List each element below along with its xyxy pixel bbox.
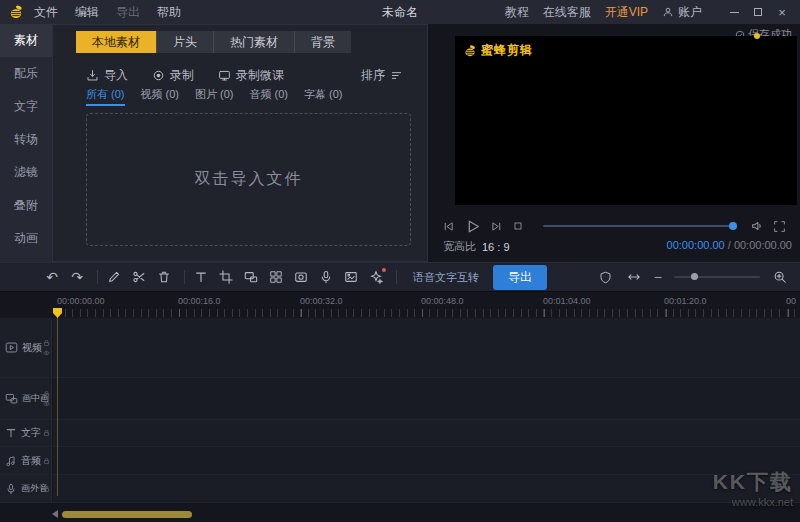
video-track-icon [5, 341, 18, 354]
close-button[interactable]: × [770, 0, 794, 24]
text-tool-icon[interactable] [193, 269, 209, 285]
edit-toolbar: ↶ ↷ [0, 262, 800, 292]
account-button[interactable]: 账户 [662, 4, 702, 21]
filter-image[interactable]: 图片 (0) [195, 87, 234, 106]
tab-intro[interactable]: 片头 [157, 31, 214, 53]
timeline-zoom-handle[interactable] [691, 273, 698, 280]
record-course-label: 录制微课 [236, 67, 284, 84]
hide-icon[interactable] [43, 349, 50, 356]
freeze-frame-icon[interactable] [293, 269, 309, 285]
lock-icon[interactable] [43, 485, 50, 492]
tab-background[interactable]: 背景 [295, 31, 351, 53]
track-voiceover-lane[interactable] [53, 475, 800, 502]
import-button[interactable]: 导入 [86, 67, 128, 84]
timeline-scrollbar[interactable] [52, 510, 794, 518]
preview-info: 宽高比 16 : 9 00:00:00.00 / 00:00:00.00 [428, 239, 800, 254]
fullscreen-button[interactable] [773, 220, 786, 233]
timeline-ruler[interactable]: 00:00:00.00 00:00:16.0 00:00:32.0 00:00:… [0, 292, 800, 318]
sidebar-item-overlay[interactable]: 叠附 [0, 189, 52, 222]
pip-icon[interactable] [243, 269, 259, 285]
hide-icon[interactable] [43, 400, 50, 407]
redo-icon[interactable]: ↷ [69, 269, 85, 285]
timecode: 00:00:00.00 / 00:00:00.00 [667, 239, 792, 254]
track-pip-lane[interactable] [53, 378, 800, 419]
track-toggles [43, 390, 50, 407]
voiceover-mic-icon[interactable] [318, 269, 334, 285]
aspect-ratio-select[interactable]: 宽高比 16 : 9 [443, 239, 510, 254]
mosaic-icon[interactable] [268, 269, 284, 285]
tutorial-link[interactable]: 教程 [505, 4, 529, 21]
track-label: 文字 [21, 426, 41, 440]
vip-link[interactable]: 开通VIP [605, 4, 648, 21]
menu-edit[interactable]: 编辑 [75, 4, 99, 21]
ruler-label: 00 [786, 296, 796, 306]
track-text-header: 文字 [0, 420, 52, 446]
app-logo-icon[interactable] [8, 4, 24, 20]
pip-track-icon [5, 392, 18, 405]
playhead[interactable] [53, 308, 62, 318]
lock-icon[interactable] [43, 430, 50, 437]
snapshot-icon[interactable] [343, 269, 359, 285]
seek-handle[interactable] [729, 222, 737, 230]
tab-local-media[interactable]: 本地素材 [76, 31, 157, 53]
timeline-zoom-slider[interactable] [674, 276, 760, 278]
zoom-out-icon[interactable]: − [654, 269, 662, 285]
edit-pencil-icon[interactable] [106, 269, 122, 285]
next-frame-button[interactable] [490, 220, 503, 233]
filter-audio[interactable]: 音频 (0) [250, 87, 289, 106]
ruler-ticks [57, 309, 800, 317]
lock-icon[interactable] [43, 390, 50, 397]
volume-icon[interactable] [750, 219, 764, 233]
play-button[interactable] [464, 218, 481, 235]
voice-text-button[interactable]: 语音文字互转 [413, 270, 479, 285]
filter-subtitle[interactable]: 字幕 (0) [304, 87, 343, 106]
scrollbar-thumb[interactable] [62, 511, 192, 518]
undo-icon[interactable]: ↶ [44, 269, 60, 285]
record-label: 录制 [170, 67, 194, 84]
minimize-button[interactable] [722, 0, 746, 24]
filter-video[interactable]: 视频 (0) [141, 87, 180, 106]
track-video-lane[interactable] [53, 318, 800, 377]
beecut-window: 文件 编辑 导出 帮助 未命名 教程 在线客服 开通VIP 账户 × [0, 0, 800, 522]
sidebar-item-text[interactable]: 文字 [0, 90, 52, 123]
tab-hot-media[interactable]: 热门素材 [214, 31, 295, 53]
fit-width-icon[interactable] [626, 269, 642, 285]
sort-icon [390, 69, 403, 82]
support-link[interactable]: 在线客服 [543, 4, 591, 21]
sidebar-item-music[interactable]: 配乐 [0, 57, 52, 90]
maximize-button[interactable] [746, 0, 770, 24]
crop-icon[interactable] [218, 269, 234, 285]
delete-trash-icon[interactable] [156, 269, 172, 285]
menu-export[interactable]: 导出 [116, 4, 140, 21]
menu-file[interactable]: 文件 [34, 4, 58, 21]
sidebar-item-filter[interactable]: 滤镜 [0, 156, 52, 189]
export-button[interactable]: 导出 [493, 265, 547, 290]
sidebar-item-animation[interactable]: 动画 [0, 222, 52, 255]
track-toggles [43, 430, 50, 437]
prev-frame-button[interactable] [442, 220, 455, 233]
sort-button[interactable]: 排序 [361, 67, 403, 84]
shield-icon[interactable] [598, 269, 614, 285]
lock-icon[interactable] [43, 339, 50, 346]
record-course-button[interactable]: 录制微课 [218, 67, 284, 84]
library-filters: 所有 (0) 视频 (0) 图片 (0) 音频 (0) 字幕 (0) [86, 87, 343, 106]
stop-button[interactable] [512, 220, 524, 232]
track-text-lane[interactable] [53, 420, 800, 446]
track-audio-lane[interactable] [53, 447, 800, 474]
filter-all[interactable]: 所有 (0) [86, 87, 125, 106]
current-time: 00:00:00.00 [667, 239, 725, 251]
zoom-in-icon[interactable] [772, 269, 788, 285]
scroll-left-icon[interactable] [52, 510, 58, 518]
seek-slider[interactable] [543, 225, 736, 227]
menu-help[interactable]: 帮助 [157, 4, 181, 21]
library-tabs: 本地素材 片头 热门素材 背景 [76, 31, 351, 53]
effects-icon[interactable] [368, 269, 384, 285]
sidebar-item-material[interactable]: 素材 [0, 24, 52, 57]
library-actions: 导入 录制 录制微课 排序 [86, 65, 415, 85]
split-scissors-icon[interactable] [131, 269, 147, 285]
lock-icon[interactable] [43, 457, 50, 464]
sidebar-item-transition[interactable]: 转场 [0, 123, 52, 156]
import-dropzone[interactable]: 双击导入文件 [86, 113, 411, 246]
track-label: 音频 [21, 454, 41, 468]
record-button[interactable]: 录制 [152, 67, 194, 84]
